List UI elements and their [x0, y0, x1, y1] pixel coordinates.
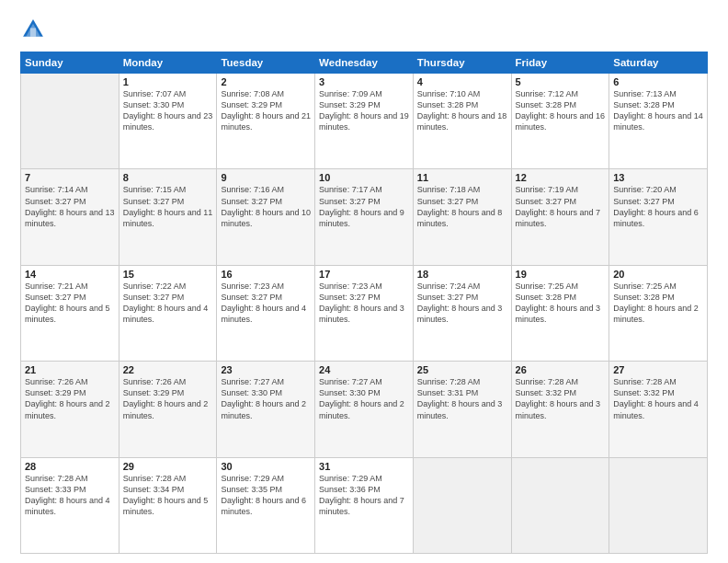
day-number: 4 — [417, 76, 507, 87]
day-info: Sunrise: 7:29 AMSunset: 3:35 PMDaylight:… — [221, 473, 311, 518]
day-number: 15 — [123, 269, 213, 280]
week-row-3: 21Sunrise: 7:26 AMSunset: 3:29 PMDayligh… — [21, 362, 708, 457]
day-info: Sunrise: 7:19 AMSunset: 3:27 PMDaylight:… — [516, 184, 606, 229]
calendar-cell: 31Sunrise: 7:29 AMSunset: 3:36 PMDayligh… — [315, 457, 414, 553]
calendar-cell — [413, 457, 511, 553]
calendar-cell: 16Sunrise: 7:23 AMSunset: 3:27 PMDayligh… — [217, 265, 315, 361]
calendar-cell: 14Sunrise: 7:21 AMSunset: 3:27 PMDayligh… — [21, 265, 119, 361]
day-info: Sunrise: 7:26 AMSunset: 3:29 PMDaylight:… — [25, 376, 115, 421]
calendar-cell: 3Sunrise: 7:09 AMSunset: 3:29 PMDaylight… — [315, 74, 414, 169]
generalblue-icon — [20, 17, 46, 42]
day-info: Sunrise: 7:18 AMSunset: 3:27 PMDaylight:… — [417, 184, 507, 229]
day-number: 31 — [319, 461, 409, 472]
day-number: 19 — [516, 269, 606, 280]
day-number: 21 — [25, 364, 115, 375]
day-info: Sunrise: 7:23 AMSunset: 3:27 PMDaylight:… — [221, 281, 311, 326]
calendar-cell: 2Sunrise: 7:08 AMSunset: 3:29 PMDaylight… — [217, 74, 315, 169]
calendar-cell: 6Sunrise: 7:13 AMSunset: 3:28 PMDaylight… — [609, 74, 708, 169]
day-number: 1 — [123, 76, 213, 87]
calendar-cell: 24Sunrise: 7:27 AMSunset: 3:30 PMDayligh… — [315, 362, 414, 457]
day-info: Sunrise: 7:08 AMSunset: 3:29 PMDaylight:… — [221, 88, 311, 133]
weekday-header-row: SundayMondayTuesdayWednesdayThursdayFrid… — [21, 52, 708, 74]
day-number: 20 — [613, 269, 703, 280]
weekday-header-wednesday: Wednesday — [315, 52, 414, 74]
calendar-cell — [609, 457, 708, 553]
calendar-cell: 28Sunrise: 7:28 AMSunset: 3:33 PMDayligh… — [21, 457, 119, 553]
calendar-cell: 17Sunrise: 7:23 AMSunset: 3:27 PMDayligh… — [315, 265, 414, 361]
calendar-cell: 10Sunrise: 7:17 AMSunset: 3:27 PMDayligh… — [315, 169, 414, 265]
calendar-cell — [21, 74, 119, 169]
day-number: 6 — [613, 76, 703, 87]
calendar-cell: 9Sunrise: 7:16 AMSunset: 3:27 PMDaylight… — [217, 169, 315, 265]
day-number: 25 — [417, 364, 507, 375]
logo — [20, 17, 50, 42]
week-row-0: 1Sunrise: 7:07 AMSunset: 3:30 PMDaylight… — [21, 74, 708, 169]
weekday-header-friday: Friday — [511, 52, 609, 74]
day-info: Sunrise: 7:28 AMSunset: 3:34 PMDaylight:… — [123, 473, 213, 518]
calendar-cell: 19Sunrise: 7:25 AMSunset: 3:28 PMDayligh… — [511, 265, 609, 361]
day-number: 27 — [613, 364, 703, 375]
day-number: 16 — [221, 269, 311, 280]
weekday-header-thursday: Thursday — [413, 52, 511, 74]
day-number: 8 — [123, 172, 213, 183]
weekday-header-tuesday: Tuesday — [217, 52, 315, 74]
calendar-cell: 29Sunrise: 7:28 AMSunset: 3:34 PMDayligh… — [119, 457, 217, 553]
day-info: Sunrise: 7:16 AMSunset: 3:27 PMDaylight:… — [221, 184, 311, 229]
day-info: Sunrise: 7:25 AMSunset: 3:28 PMDaylight:… — [516, 281, 606, 326]
weekday-header-sunday: Sunday — [21, 52, 119, 74]
calendar-cell: 7Sunrise: 7:14 AMSunset: 3:27 PMDaylight… — [21, 169, 119, 265]
day-info: Sunrise: 7:17 AMSunset: 3:27 PMDaylight:… — [319, 184, 409, 229]
day-info: Sunrise: 7:29 AMSunset: 3:36 PMDaylight:… — [319, 473, 409, 518]
day-number: 24 — [319, 364, 409, 375]
calendar-cell — [511, 457, 609, 553]
calendar-cell: 5Sunrise: 7:12 AMSunset: 3:28 PMDaylight… — [511, 74, 609, 169]
day-number: 18 — [417, 269, 507, 280]
week-row-1: 7Sunrise: 7:14 AMSunset: 3:27 PMDaylight… — [21, 169, 708, 265]
calendar-cell: 15Sunrise: 7:22 AMSunset: 3:27 PMDayligh… — [119, 265, 217, 361]
calendar-cell: 27Sunrise: 7:28 AMSunset: 3:32 PMDayligh… — [609, 362, 708, 457]
day-number: 28 — [25, 461, 115, 472]
calendar-cell: 11Sunrise: 7:18 AMSunset: 3:27 PMDayligh… — [413, 169, 511, 265]
day-info: Sunrise: 7:28 AMSunset: 3:31 PMDaylight:… — [417, 376, 507, 421]
day-info: Sunrise: 7:26 AMSunset: 3:29 PMDaylight:… — [123, 376, 213, 421]
week-row-4: 28Sunrise: 7:28 AMSunset: 3:33 PMDayligh… — [21, 457, 708, 553]
calendar-cell: 1Sunrise: 7:07 AMSunset: 3:30 PMDaylight… — [119, 74, 217, 169]
day-number: 12 — [516, 172, 606, 183]
day-number: 3 — [319, 76, 409, 87]
day-number: 22 — [123, 364, 213, 375]
svg-rect-2 — [30, 28, 36, 36]
calendar-cell: 21Sunrise: 7:26 AMSunset: 3:29 PMDayligh… — [21, 362, 119, 457]
weekday-header-saturday: Saturday — [609, 52, 708, 74]
calendar-cell: 20Sunrise: 7:25 AMSunset: 3:28 PMDayligh… — [609, 265, 708, 361]
day-number: 26 — [516, 364, 606, 375]
day-number: 10 — [319, 172, 409, 183]
day-info: Sunrise: 7:15 AMSunset: 3:27 PMDaylight:… — [123, 184, 213, 229]
day-info: Sunrise: 7:14 AMSunset: 3:27 PMDaylight:… — [25, 184, 115, 229]
day-info: Sunrise: 7:09 AMSunset: 3:29 PMDaylight:… — [319, 88, 409, 133]
calendar-cell: 22Sunrise: 7:26 AMSunset: 3:29 PMDayligh… — [119, 362, 217, 457]
calendar-cell: 13Sunrise: 7:20 AMSunset: 3:27 PMDayligh… — [609, 169, 708, 265]
day-info: Sunrise: 7:28 AMSunset: 3:32 PMDaylight:… — [516, 376, 606, 421]
day-info: Sunrise: 7:22 AMSunset: 3:27 PMDaylight:… — [123, 281, 213, 326]
calendar-cell: 30Sunrise: 7:29 AMSunset: 3:35 PMDayligh… — [217, 457, 315, 553]
day-info: Sunrise: 7:07 AMSunset: 3:30 PMDaylight:… — [123, 88, 213, 133]
header — [20, 17, 708, 42]
calendar-cell: 4Sunrise: 7:10 AMSunset: 3:28 PMDaylight… — [413, 74, 511, 169]
day-info: Sunrise: 7:20 AMSunset: 3:27 PMDaylight:… — [613, 184, 703, 229]
calendar-cell: 23Sunrise: 7:27 AMSunset: 3:30 PMDayligh… — [217, 362, 315, 457]
day-info: Sunrise: 7:27 AMSunset: 3:30 PMDaylight:… — [221, 376, 311, 421]
calendar-cell: 8Sunrise: 7:15 AMSunset: 3:27 PMDaylight… — [119, 169, 217, 265]
day-info: Sunrise: 7:24 AMSunset: 3:27 PMDaylight:… — [417, 281, 507, 326]
calendar-cell: 12Sunrise: 7:19 AMSunset: 3:27 PMDayligh… — [511, 169, 609, 265]
day-info: Sunrise: 7:23 AMSunset: 3:27 PMDaylight:… — [319, 281, 409, 326]
calendar-cell: 26Sunrise: 7:28 AMSunset: 3:32 PMDayligh… — [511, 362, 609, 457]
day-number: 5 — [516, 76, 606, 87]
day-number: 14 — [25, 269, 115, 280]
day-number: 30 — [221, 461, 311, 472]
day-info: Sunrise: 7:28 AMSunset: 3:32 PMDaylight:… — [613, 376, 703, 421]
day-number: 29 — [123, 461, 213, 472]
day-info: Sunrise: 7:10 AMSunset: 3:28 PMDaylight:… — [417, 88, 507, 133]
calendar-cell: 18Sunrise: 7:24 AMSunset: 3:27 PMDayligh… — [413, 265, 511, 361]
day-info: Sunrise: 7:21 AMSunset: 3:27 PMDaylight:… — [25, 281, 115, 326]
day-number: 7 — [25, 172, 115, 183]
